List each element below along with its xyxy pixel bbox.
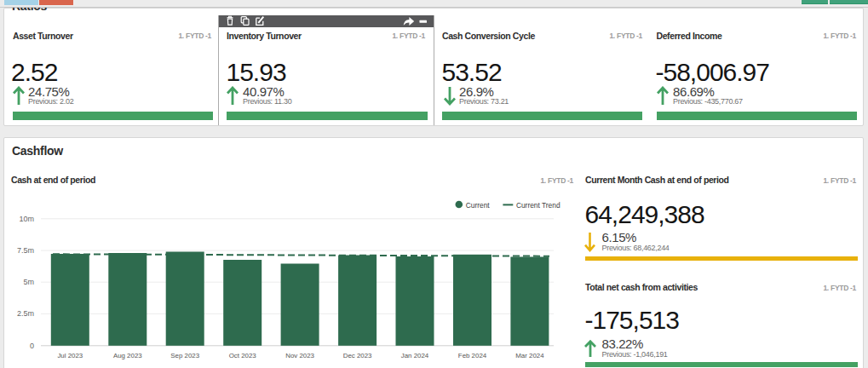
svg-text:Oct 2023: Oct 2023 bbox=[229, 352, 257, 359]
svg-text:Dec 2023: Dec 2023 bbox=[343, 352, 372, 359]
svg-text:Nov 2023: Nov 2023 bbox=[285, 352, 314, 359]
svg-text:0: 0 bbox=[30, 342, 34, 350]
svg-text:Jan 2024: Jan 2024 bbox=[401, 352, 429, 359]
svg-text:Current: Current bbox=[466, 201, 491, 210]
svg-text:Sep 2023: Sep 2023 bbox=[170, 352, 199, 359]
svg-text:5m: 5m bbox=[23, 278, 34, 286]
svg-text:Current Trend: Current Trend bbox=[516, 201, 560, 210]
svg-text:Jul 2023: Jul 2023 bbox=[57, 352, 83, 359]
svg-text:Aug 2023: Aug 2023 bbox=[113, 352, 142, 359]
svg-text:10m: 10m bbox=[19, 215, 34, 223]
svg-text:Mar 2024: Mar 2024 bbox=[515, 352, 544, 359]
svg-text:7.5m: 7.5m bbox=[17, 246, 34, 255]
svg-text:2.5m: 2.5m bbox=[17, 309, 34, 318]
svg-text:Feb 2024: Feb 2024 bbox=[458, 352, 487, 359]
